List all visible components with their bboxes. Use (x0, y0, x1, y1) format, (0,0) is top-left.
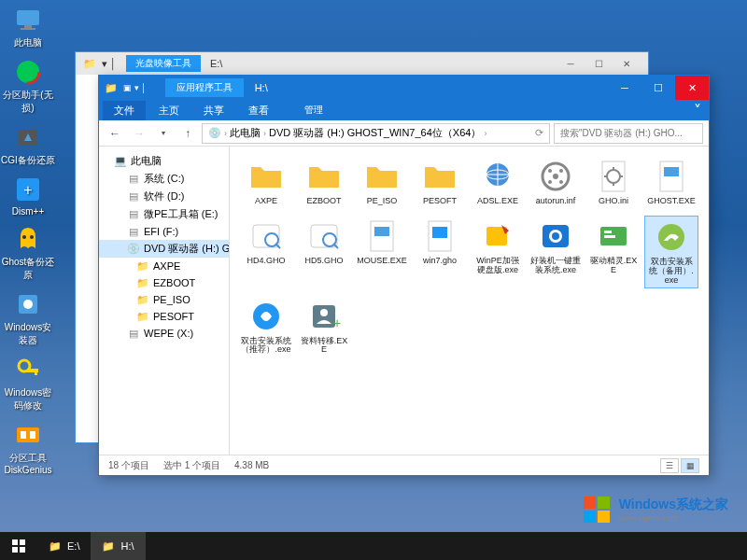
drive-icon: ▤ (127, 327, 140, 340)
back-button[interactable]: ← (105, 123, 125, 144)
tree-label: 软件 (D:) (144, 189, 184, 203)
tree-label: EZBOOT (153, 277, 195, 288)
tree-item[interactable]: 📁PESOFT (99, 308, 229, 325)
desktop-icon-ghost[interactable]: Ghost备份还原 (0, 224, 56, 282)
desktop-icon-diskgenius[interactable]: 分区工具DiskGenius (0, 420, 56, 475)
winpwd-icon (13, 355, 43, 385)
windows-logo-icon (582, 495, 612, 525)
file-item[interactable]: 驱动精灵.EXE (586, 216, 641, 288)
file-item[interactable]: GHO.ini (586, 156, 641, 208)
history-dropdown[interactable]: ▾ (153, 123, 174, 144)
menu-home[interactable]: 主页 (148, 101, 190, 120)
file-label: 双击安装系统（推荐）.exe (241, 337, 291, 356)
view-details-button[interactable]: ☰ (660, 458, 679, 473)
refresh-icon[interactable]: ⟳ (535, 127, 543, 139)
partition-icon (13, 57, 43, 87)
close-button[interactable]: ✕ (675, 76, 709, 100)
file-item[interactable]: GHOST.EXE (644, 156, 698, 208)
qat-icon[interactable]: ▣ ▾ │ (123, 83, 147, 92)
tree-item[interactable]: ▤EFI (F:) (99, 223, 229, 240)
gho-icon (247, 217, 285, 255)
desktop-icon-dism[interactable]: +Dism++ (0, 175, 56, 217)
tree-label: PE_ISO (153, 294, 190, 305)
file-item[interactable]: WinPE加强硬盘版.exe (471, 216, 525, 288)
file-label: PESOFT (415, 197, 465, 206)
file-label: 资料转移.EXE (299, 337, 349, 356)
desktop-icon-label: CGI备份还原 (0, 154, 56, 167)
file-item[interactable]: HD4.GHO (239, 216, 293, 288)
desktop-icon-wininst[interactable]: Windows安装器 (0, 289, 56, 347)
tree-item[interactable]: 📁EZBOOT (99, 274, 229, 291)
folder-icon: 📁 (136, 276, 149, 289)
svg-rect-2 (21, 28, 35, 30)
up-button[interactable]: ↑ (177, 123, 198, 144)
tree-label: 此电脑 (131, 154, 162, 168)
folder-icon: 📁 (136, 259, 149, 273)
context-tab: 应用程序工具 (165, 78, 244, 97)
desktop-icon-pc[interactable]: 此电脑 (0, 5, 56, 49)
file-item[interactable]: PESOFT (413, 156, 467, 208)
svg-point-48 (320, 309, 328, 316)
maximize-button[interactable]: ☐ (641, 76, 675, 100)
file-item[interactable]: ADSL.EXE (471, 156, 525, 208)
breadcrumb-pc[interactable]: 此电脑 (230, 126, 261, 140)
desktop-icon-partition[interactable]: 分区助手(无损) (0, 57, 56, 115)
breadcrumb-drive[interactable]: DVD 驱动器 (H:) GHOST_WIN7_64位（X64） (269, 126, 481, 140)
file-item[interactable]: PE_ISO (355, 156, 409, 208)
minimize-button[interactable]: ─ (608, 76, 641, 100)
svg-rect-29 (664, 167, 679, 176)
window-title: H:\ (255, 82, 268, 93)
tree-item[interactable]: ▤系统 (C:) (99, 170, 229, 188)
breadcrumb[interactable]: 💿 › 此电脑 › DVD 驱动器 (H:) GHOST_WIN7_64位（X6… (202, 123, 550, 144)
tree-item[interactable]: 📁AXPE (99, 258, 229, 274)
maximize-button-back[interactable]: ☐ (585, 54, 613, 73)
menu-file[interactable]: 文件 (103, 101, 146, 120)
file-item[interactable]: autorun.inf (529, 156, 583, 208)
tree-item[interactable]: 💿DVD 驱动器 (H:) G... (99, 240, 229, 258)
file-item[interactable]: HD5.GHO (297, 216, 351, 288)
file-item[interactable]: 双击安装系统（备用）.exe (644, 216, 698, 288)
file-item[interactable]: +资料转移.EXE (297, 296, 351, 357)
file-item[interactable]: AXPE (239, 156, 293, 208)
watermark-text: Windows系统之家 (619, 497, 728, 511)
menu-view[interactable]: 查看 (237, 101, 280, 120)
file-label: 驱动精灵.EXE (588, 257, 639, 275)
file-label: GHO.ini (588, 197, 639, 206)
menu-share[interactable]: 共享 (192, 101, 235, 120)
tree-item[interactable]: ▤WEPE (X:) (99, 325, 229, 342)
minimize-button-back[interactable]: ─ (557, 54, 585, 73)
desktop: 此电脑分区助手(无损)CGI备份还原+Dism++Ghost备份还原Window… (0, 0, 65, 483)
forward-button[interactable]: → (129, 123, 149, 144)
desktop-icon-winpwd[interactable]: Windows密码修改 (0, 355, 56, 413)
ribbon-toggle-icon[interactable]: ˅ (686, 102, 709, 119)
tree-item[interactable]: 💻此电脑 (99, 152, 229, 170)
folder-icon (421, 158, 458, 195)
start-button[interactable] (0, 532, 37, 560)
titlebar-back: 📁 ▾ │ 光盘映像工具 E:\ ─ ☐ ✕ (76, 52, 648, 75)
file-item[interactable]: 双击安装系统（推荐）.exe (239, 296, 293, 357)
file-grid: AXPEEZBOOTPE_ISOPESOFTADSL.EXEautorun.in… (239, 156, 699, 357)
close-button-back[interactable]: ✕ (613, 54, 641, 73)
file-item[interactable]: EZBOOT (297, 156, 351, 208)
taskbar-item[interactable]: 📁H:\ (91, 532, 145, 560)
tree-item[interactable]: ▤软件 (D:) (99, 188, 229, 205)
svg-point-9 (30, 235, 34, 239)
titlebar[interactable]: 📁 ▣ ▾ │ 应用程序工具 H:\ ─ ☐ ✕ (99, 76, 709, 100)
exe-install-icon (247, 298, 285, 335)
tree-item[interactable]: ▤微PE工具箱 (E:) (99, 205, 229, 223)
search-input[interactable] (554, 123, 703, 144)
file-item[interactable]: 好装机一键重装系统.exe (529, 216, 583, 288)
desktop-icon-label: Dism++ (0, 206, 56, 217)
menu-manage[interactable]: 管理 (293, 101, 334, 119)
dvd-icon: 💿 (208, 127, 221, 139)
file-item[interactable]: MOUSE.EXE (355, 216, 409, 288)
view-icons-button[interactable]: ▦ (681, 458, 699, 473)
file-item[interactable]: win7.gho (413, 216, 467, 288)
desktop-icon-cgi[interactable]: CGI备份还原 (0, 122, 56, 167)
svg-rect-56 (12, 547, 18, 553)
file-pane[interactable]: AXPEEZBOOTPE_ISOPESOFTADSL.EXEautorun.in… (230, 147, 709, 455)
tree-item[interactable]: 📁PE_ISO (99, 291, 229, 308)
tree-label: WEPE (X:) (144, 328, 193, 339)
svg-rect-52 (584, 511, 596, 523)
taskbar-item[interactable]: 📁E:\ (37, 532, 91, 560)
